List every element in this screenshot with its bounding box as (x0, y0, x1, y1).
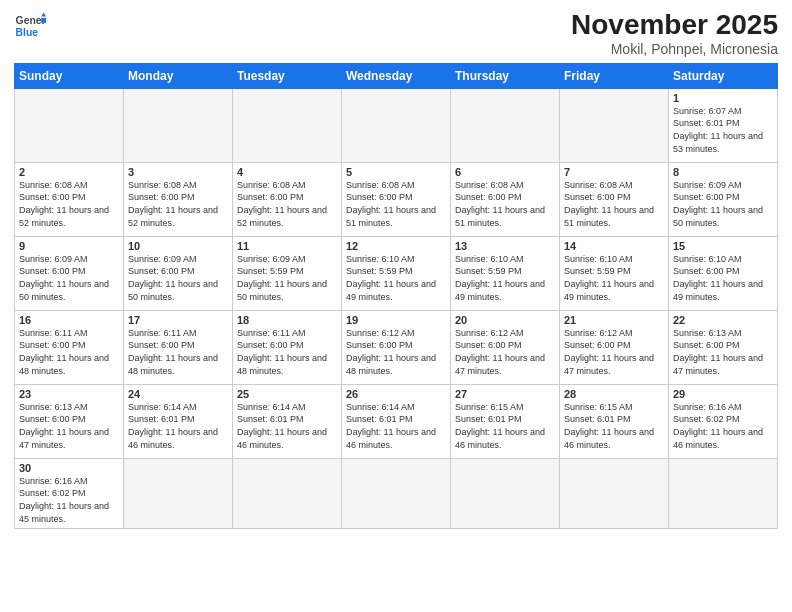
calendar-cell: 27Sunrise: 6:15 AMSunset: 6:01 PMDayligh… (451, 384, 560, 458)
calendar-cell (233, 458, 342, 528)
day-number: 8 (673, 166, 773, 178)
weekday-header-row: SundayMondayTuesdayWednesdayThursdayFrid… (15, 63, 778, 88)
calendar-cell: 11Sunrise: 6:09 AMSunset: 5:59 PMDayligh… (233, 236, 342, 310)
day-info: Sunrise: 6:10 AMSunset: 6:00 PMDaylight:… (673, 253, 773, 303)
month-title: November 2025 (571, 10, 778, 41)
calendar-cell (15, 88, 124, 162)
calendar-cell: 12Sunrise: 6:10 AMSunset: 5:59 PMDayligh… (342, 236, 451, 310)
calendar-cell: 10Sunrise: 6:09 AMSunset: 6:00 PMDayligh… (124, 236, 233, 310)
day-info: Sunrise: 6:09 AMSunset: 5:59 PMDaylight:… (237, 253, 337, 303)
day-info: Sunrise: 6:09 AMSunset: 6:00 PMDaylight:… (19, 253, 119, 303)
day-number: 16 (19, 314, 119, 326)
day-info: Sunrise: 6:08 AMSunset: 6:00 PMDaylight:… (128, 179, 228, 229)
calendar-week-row: 23Sunrise: 6:13 AMSunset: 6:00 PMDayligh… (15, 384, 778, 458)
calendar-week-row: 16Sunrise: 6:11 AMSunset: 6:00 PMDayligh… (15, 310, 778, 384)
calendar-cell: 23Sunrise: 6:13 AMSunset: 6:00 PMDayligh… (15, 384, 124, 458)
calendar: SundayMondayTuesdayWednesdayThursdayFrid… (14, 63, 778, 529)
day-info: Sunrise: 6:12 AMSunset: 6:00 PMDaylight:… (564, 327, 664, 377)
day-number: 26 (346, 388, 446, 400)
calendar-week-row: 2Sunrise: 6:08 AMSunset: 6:00 PMDaylight… (15, 162, 778, 236)
calendar-cell: 1Sunrise: 6:07 AMSunset: 6:01 PMDaylight… (669, 88, 778, 162)
calendar-cell: 30Sunrise: 6:16 AMSunset: 6:02 PMDayligh… (15, 458, 124, 528)
day-number: 12 (346, 240, 446, 252)
day-info: Sunrise: 6:16 AMSunset: 6:02 PMDaylight:… (673, 401, 773, 451)
weekday-header-tuesday: Tuesday (233, 63, 342, 88)
day-number: 4 (237, 166, 337, 178)
calendar-cell: 7Sunrise: 6:08 AMSunset: 6:00 PMDaylight… (560, 162, 669, 236)
calendar-cell: 2Sunrise: 6:08 AMSunset: 6:00 PMDaylight… (15, 162, 124, 236)
day-number: 3 (128, 166, 228, 178)
day-number: 22 (673, 314, 773, 326)
day-info: Sunrise: 6:10 AMSunset: 5:59 PMDaylight:… (346, 253, 446, 303)
day-number: 13 (455, 240, 555, 252)
day-number: 15 (673, 240, 773, 252)
day-number: 5 (346, 166, 446, 178)
calendar-cell: 5Sunrise: 6:08 AMSunset: 6:00 PMDaylight… (342, 162, 451, 236)
day-number: 9 (19, 240, 119, 252)
calendar-cell (342, 458, 451, 528)
calendar-cell: 18Sunrise: 6:11 AMSunset: 6:00 PMDayligh… (233, 310, 342, 384)
day-number: 1 (673, 92, 773, 104)
day-info: Sunrise: 6:12 AMSunset: 6:00 PMDaylight:… (346, 327, 446, 377)
day-number: 2 (19, 166, 119, 178)
day-info: Sunrise: 6:11 AMSunset: 6:00 PMDaylight:… (128, 327, 228, 377)
calendar-cell: 20Sunrise: 6:12 AMSunset: 6:00 PMDayligh… (451, 310, 560, 384)
day-info: Sunrise: 6:10 AMSunset: 5:59 PMDaylight:… (455, 253, 555, 303)
calendar-week-row: 9Sunrise: 6:09 AMSunset: 6:00 PMDaylight… (15, 236, 778, 310)
day-number: 19 (346, 314, 446, 326)
day-number: 28 (564, 388, 664, 400)
day-number: 23 (19, 388, 119, 400)
day-number: 18 (237, 314, 337, 326)
calendar-cell: 13Sunrise: 6:10 AMSunset: 5:59 PMDayligh… (451, 236, 560, 310)
calendar-week-row: 1Sunrise: 6:07 AMSunset: 6:01 PMDaylight… (15, 88, 778, 162)
day-number: 14 (564, 240, 664, 252)
day-info: Sunrise: 6:08 AMSunset: 6:00 PMDaylight:… (346, 179, 446, 229)
calendar-cell (342, 88, 451, 162)
calendar-cell: 24Sunrise: 6:14 AMSunset: 6:01 PMDayligh… (124, 384, 233, 458)
calendar-cell: 15Sunrise: 6:10 AMSunset: 6:00 PMDayligh… (669, 236, 778, 310)
calendar-cell: 19Sunrise: 6:12 AMSunset: 6:00 PMDayligh… (342, 310, 451, 384)
day-info: Sunrise: 6:14 AMSunset: 6:01 PMDaylight:… (128, 401, 228, 451)
day-number: 21 (564, 314, 664, 326)
day-number: 6 (455, 166, 555, 178)
calendar-cell (669, 458, 778, 528)
day-number: 10 (128, 240, 228, 252)
calendar-cell: 28Sunrise: 6:15 AMSunset: 6:01 PMDayligh… (560, 384, 669, 458)
calendar-cell: 6Sunrise: 6:08 AMSunset: 6:00 PMDaylight… (451, 162, 560, 236)
calendar-cell: 14Sunrise: 6:10 AMSunset: 5:59 PMDayligh… (560, 236, 669, 310)
day-info: Sunrise: 6:14 AMSunset: 6:01 PMDaylight:… (237, 401, 337, 451)
day-info: Sunrise: 6:13 AMSunset: 6:00 PMDaylight:… (19, 401, 119, 451)
svg-text:Blue: Blue (16, 27, 39, 38)
calendar-cell: 8Sunrise: 6:09 AMSunset: 6:00 PMDaylight… (669, 162, 778, 236)
logo: General Blue (14, 10, 46, 42)
weekday-header-saturday: Saturday (669, 63, 778, 88)
page: General Blue November 2025 Mokil, Pohnpe… (0, 0, 792, 612)
day-number: 30 (19, 462, 119, 474)
title-block: November 2025 Mokil, Pohnpei, Micronesia (571, 10, 778, 57)
logo-icon: General Blue (14, 10, 46, 42)
weekday-header-monday: Monday (124, 63, 233, 88)
day-info: Sunrise: 6:08 AMSunset: 6:00 PMDaylight:… (19, 179, 119, 229)
day-info: Sunrise: 6:08 AMSunset: 6:00 PMDaylight:… (237, 179, 337, 229)
calendar-cell: 16Sunrise: 6:11 AMSunset: 6:00 PMDayligh… (15, 310, 124, 384)
day-number: 11 (237, 240, 337, 252)
calendar-cell (560, 458, 669, 528)
calendar-cell: 4Sunrise: 6:08 AMSunset: 6:00 PMDaylight… (233, 162, 342, 236)
weekday-header-friday: Friday (560, 63, 669, 88)
calendar-cell: 29Sunrise: 6:16 AMSunset: 6:02 PMDayligh… (669, 384, 778, 458)
weekday-header-wednesday: Wednesday (342, 63, 451, 88)
weekday-header-sunday: Sunday (15, 63, 124, 88)
day-info: Sunrise: 6:07 AMSunset: 6:01 PMDaylight:… (673, 105, 773, 155)
day-info: Sunrise: 6:11 AMSunset: 6:00 PMDaylight:… (237, 327, 337, 377)
calendar-cell: 17Sunrise: 6:11 AMSunset: 6:00 PMDayligh… (124, 310, 233, 384)
day-number: 29 (673, 388, 773, 400)
day-info: Sunrise: 6:12 AMSunset: 6:00 PMDaylight:… (455, 327, 555, 377)
calendar-cell: 25Sunrise: 6:14 AMSunset: 6:01 PMDayligh… (233, 384, 342, 458)
calendar-cell: 21Sunrise: 6:12 AMSunset: 6:00 PMDayligh… (560, 310, 669, 384)
location: Mokil, Pohnpei, Micronesia (571, 41, 778, 57)
day-number: 27 (455, 388, 555, 400)
day-info: Sunrise: 6:08 AMSunset: 6:00 PMDaylight:… (455, 179, 555, 229)
calendar-cell (124, 458, 233, 528)
svg-marker-3 (41, 18, 46, 23)
calendar-cell (560, 88, 669, 162)
